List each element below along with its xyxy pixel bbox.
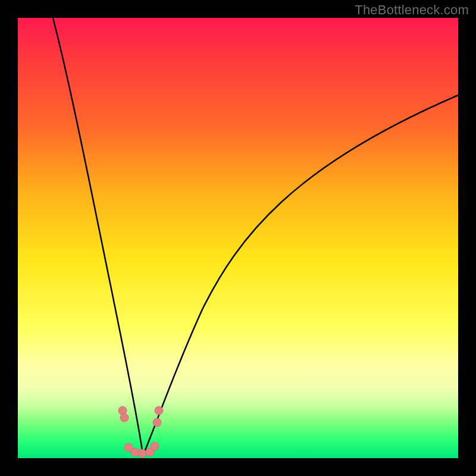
svg-point-4 <box>138 449 146 458</box>
svg-point-6 <box>151 442 159 450</box>
chart-frame: TheBottleneck.com <box>0 0 476 476</box>
svg-point-8 <box>155 406 163 415</box>
svg-point-1 <box>120 414 129 422</box>
watermark-text: TheBottleneck.com <box>355 2 469 18</box>
chart-svg <box>18 18 458 458</box>
curve-right <box>143 95 458 456</box>
trough-dots-group <box>118 406 163 458</box>
svg-point-7 <box>153 418 161 427</box>
curve-left <box>53 18 143 456</box>
